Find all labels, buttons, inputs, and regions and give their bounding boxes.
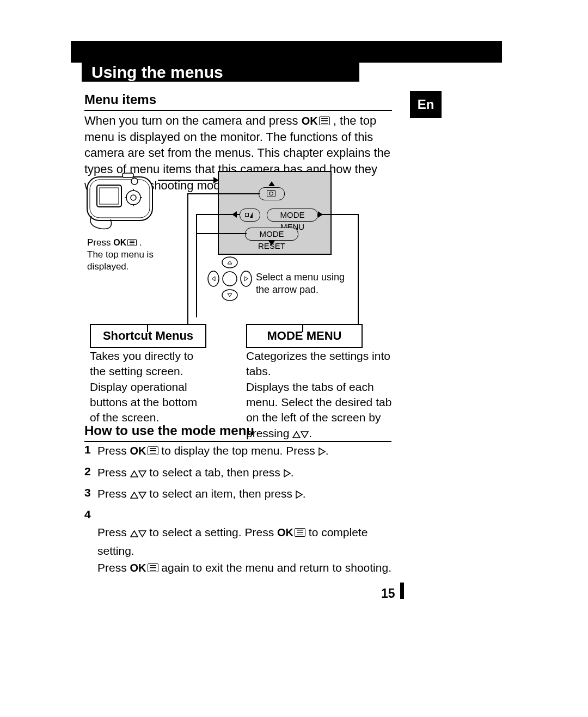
step-item: 4 Press to select a setting. Press OK to… — [84, 507, 400, 577]
connector-line — [187, 193, 260, 194]
step-fragment: Press — [97, 487, 130, 500]
mode-desc-1: Categorizes the settings into tabs. — [246, 350, 390, 377]
section-heading-menu-items: Menu items — [84, 91, 392, 111]
step-text: Press OK to display the top menu. Press … — [97, 442, 329, 461]
intro-text-pre: When you turn on the camera and press — [84, 114, 302, 127]
connector-line — [187, 193, 188, 324]
triangle-up-icon — [130, 465, 138, 482]
page-number-bar — [400, 583, 404, 599]
connector-line — [158, 180, 215, 181]
triangle-up-icon — [130, 525, 138, 542]
triangle-up-icon — [130, 486, 138, 504]
step-fragment: to select an item, then press — [146, 487, 296, 500]
svg-rect-2 — [97, 185, 121, 207]
connector-line — [196, 214, 240, 215]
step-item: 2 Press to select a tab, then press . — [84, 464, 400, 482]
triangle-down-icon — [138, 525, 146, 542]
shortcut-menus-description: Takes you directly to the setting screen… — [90, 348, 207, 426]
step-fragment: Press — [97, 444, 130, 457]
ok-button-label: OK — [113, 237, 126, 249]
svg-point-10 — [208, 271, 219, 286]
triangle-down-icon — [268, 241, 275, 246]
menu-icon — [148, 446, 158, 455]
step-text: Press to select a tab, then press . — [97, 464, 294, 482]
arrow-pad-illustration — [207, 256, 253, 307]
page-number: 15 — [381, 585, 395, 602]
svg-point-8 — [222, 257, 237, 268]
step-fragment: to select a setting. Press — [146, 526, 277, 538]
svg-point-11 — [241, 271, 252, 286]
shortcut-menus-heading: Shortcut Menus — [90, 324, 206, 348]
step-number: 4 — [84, 507, 97, 522]
menu-icon — [319, 117, 330, 125]
step-number: 2 — [84, 464, 97, 479]
svg-point-6 — [131, 178, 138, 185]
menu-option-camera-icon — [259, 187, 285, 200]
menu-option-mode-reset: MODE RESET — [245, 228, 298, 241]
mode-menu-heading: MODE MENU — [246, 324, 363, 348]
triangle-right-icon — [284, 465, 291, 482]
camera-caption: Press OK . The top menu is displayed. — [87, 237, 171, 273]
step-item: 3 Press to select an item, then press . — [84, 485, 400, 504]
ok-button-label: OK — [130, 443, 146, 459]
camera-illustration — [84, 171, 161, 236]
menu-icon — [295, 528, 305, 537]
steps-list: 1 Press OK to display the top menu. Pres… — [84, 442, 400, 580]
svg-point-9 — [222, 290, 237, 301]
menu-icon — [127, 239, 137, 246]
language-tab: En — [410, 91, 442, 118]
triangle-up-icon — [268, 181, 275, 186]
page-title: Using the menus — [82, 59, 359, 82]
step-fragment: Press — [97, 526, 130, 538]
camera-caption-pre: Press — [87, 237, 113, 248]
step-fragment: . — [326, 444, 329, 457]
step-item: 1 Press OK to display the top menu. Pres… — [84, 442, 400, 461]
connector-line — [317, 214, 358, 215]
menu-option-mode-menu: MODE MENU — [267, 209, 318, 222]
triangle-down-icon — [138, 465, 146, 482]
ok-button-label: OK — [277, 524, 293, 541]
step-text: Press to select an item, then press . — [97, 485, 306, 504]
svg-point-5 — [131, 195, 136, 200]
step-number: 3 — [84, 485, 97, 500]
section-heading-how-to: How to use the mode menu — [84, 422, 391, 442]
ok-button-label: OK — [302, 114, 318, 128]
step-text: Press to select a setting. Press OK to c… — [97, 507, 400, 577]
step-fragment: . — [291, 466, 294, 479]
menu-option-quality-icon — [240, 209, 260, 222]
svg-rect-7 — [122, 173, 133, 177]
connector-line — [358, 214, 359, 324]
connector-line — [196, 233, 247, 234]
step-fragment: to select a tab, then press — [146, 466, 284, 479]
svg-point-12 — [223, 272, 237, 286]
step-fragment: . — [303, 487, 306, 500]
triangle-down-icon — [138, 486, 146, 504]
step-fragment: Press — [97, 466, 130, 479]
triangle-right-icon — [296, 486, 303, 504]
connector-line — [196, 214, 197, 317]
menu-icon — [148, 563, 158, 572]
arrow-pad-caption: Select a menu using the arrow pad. — [256, 271, 351, 297]
ok-button-label: OK — [130, 560, 146, 576]
step-fragment: to display the top menu. Press — [158, 444, 318, 457]
triangle-right-icon — [318, 443, 326, 461]
step-number: 1 — [84, 442, 97, 457]
step-fragment: again to exit the menu and return to sho… — [158, 561, 391, 574]
